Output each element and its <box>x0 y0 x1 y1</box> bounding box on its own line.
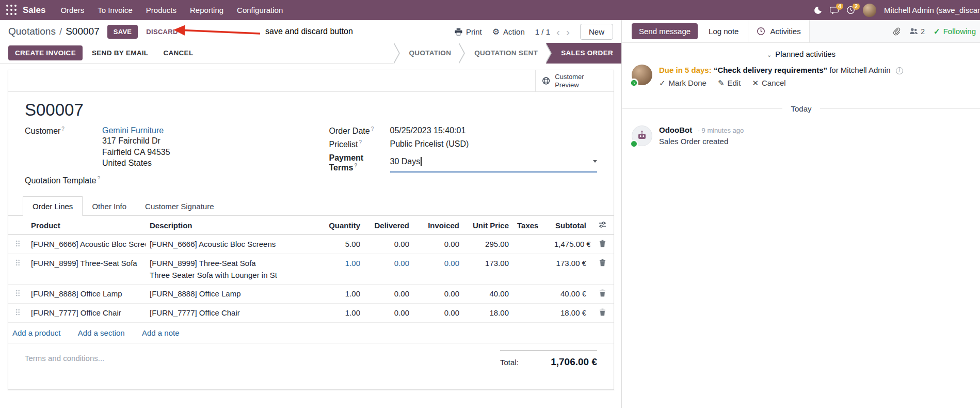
pricelist-field[interactable]: Public Pricelist (USD) <box>390 139 469 149</box>
new-button[interactable]: New <box>580 24 613 40</box>
tab-order-lines[interactable]: Order Lines <box>23 196 83 216</box>
col-invoiced[interactable]: Invoiced <box>413 216 463 235</box>
user-menu[interactable]: Mitchell Admin (save_discar <box>884 6 980 14</box>
status-sales-order[interactable]: SALES ORDER <box>553 43 621 64</box>
cell-quantity[interactable]: 5.00 <box>277 235 364 254</box>
add-note-link[interactable]: Add a note <box>142 328 180 337</box>
menu-orders[interactable]: Orders <box>54 0 91 20</box>
send-by-email-button[interactable]: SEND BY EMAIL <box>86 45 154 60</box>
col-product[interactable]: Product <box>27 216 146 235</box>
cell-product[interactable]: [FURN_8888] Office Lamp <box>27 285 146 304</box>
drag-handle-icon[interactable] <box>8 304 27 323</box>
mark-done-button[interactable]: ✓Mark Done <box>659 79 706 88</box>
pager-next-icon[interactable]: › <box>566 26 570 37</box>
cell-quantity[interactable]: 1.00 <box>277 304 364 323</box>
cell-invoiced[interactable]: 0.00 <box>413 285 463 304</box>
cell-unit-price[interactable]: 18.00 <box>463 304 513 323</box>
action-menu-button[interactable]: ⚙ Action <box>492 27 525 37</box>
cell-subtotal[interactable]: 173.00 € <box>550 254 590 285</box>
cell-invoiced[interactable]: 0.00 <box>413 235 463 254</box>
cell-description[interactable]: [FURN_8999] Three-Seat SofaThree Seater … <box>146 254 277 285</box>
cell-subtotal[interactable]: 1,475.00 € <box>550 235 590 254</box>
cell-delivered[interactable]: 0.00 <box>364 304 413 323</box>
status-quotation-sent[interactable]: QUOTATION SENT <box>466 43 546 64</box>
cell-invoiced[interactable]: 0.00 <box>413 304 463 323</box>
info-icon[interactable]: i <box>896 67 903 74</box>
send-message-button[interactable]: Send message <box>632 23 698 39</box>
activities-clock-icon[interactable]: 2 <box>846 6 855 14</box>
message-author[interactable]: OdooBot <box>659 125 692 134</box>
cell-quantity[interactable]: 1.00 <box>277 285 364 304</box>
col-unit-price[interactable]: Unit Price <box>463 216 513 235</box>
tab-activities[interactable]: Activities <box>748 20 809 42</box>
terms-and-conditions-field[interactable]: Terms and conditions... <box>25 354 104 368</box>
delete-line-icon[interactable] <box>590 285 614 304</box>
log-note-button[interactable]: Log note <box>709 27 738 36</box>
cancel-order-button[interactable]: CANCEL <box>157 45 199 60</box>
cell-product[interactable]: [FURN_7777] Office Chair <box>27 304 146 323</box>
cell-delivered[interactable]: 0.00 <box>364 285 413 304</box>
cell-description[interactable]: [FURN_8888] Office Lamp <box>146 285 277 304</box>
delete-line-icon[interactable] <box>590 235 614 254</box>
cell-quantity[interactable]: 1.00 <box>277 254 364 285</box>
apps-grid-icon[interactable] <box>6 5 17 15</box>
attachment-icon[interactable] <box>892 27 901 36</box>
pager-previous-icon[interactable]: ‹ <box>556 26 560 37</box>
menu-to-invoice[interactable]: To Invoice <box>91 0 139 20</box>
cell-description[interactable]: [FURN_6666] Acoustic Bloc Screens <box>146 235 277 254</box>
dropdown-caret-icon[interactable] <box>593 160 597 163</box>
delete-line-icon[interactable] <box>590 304 614 323</box>
order-date-field[interactable]: 05/25/2023 15:40:01 <box>390 126 466 136</box>
print-button[interactable]: Print <box>455 27 482 36</box>
payment-terms-field[interactable]: 30 Days <box>390 153 598 172</box>
cell-subtotal[interactable]: 40.00 € <box>550 285 590 304</box>
planned-activities-header[interactable]: ⌄Planned activities <box>622 50 980 58</box>
cell-unit-price[interactable]: 295.00 <box>463 235 513 254</box>
cell-delivered[interactable]: 0.00 <box>364 254 413 285</box>
save-button[interactable]: SAVE <box>107 25 138 39</box>
cell-product[interactable]: [FURN_8999] Three-Seat Sofa <box>27 254 146 285</box>
followers-button[interactable]: 2 <box>909 27 925 36</box>
discard-button[interactable]: DISCARD <box>141 25 183 39</box>
cell-unit-price[interactable]: 173.00 <box>463 254 513 285</box>
drag-handle-icon[interactable] <box>8 235 27 254</box>
cell-subtotal[interactable]: 18.00 € <box>550 304 590 323</box>
cell-taxes[interactable] <box>513 235 550 254</box>
cell-description[interactable]: [FURN_7777] Office Chair <box>146 304 277 323</box>
drag-handle-icon[interactable] <box>8 254 27 285</box>
dark-mode-moon-icon[interactable] <box>814 6 822 14</box>
status-quotation[interactable]: QUOTATION <box>401 43 460 64</box>
cancel-activity-button[interactable]: ✕Cancel <box>752 79 785 88</box>
cell-delivered[interactable]: 0.00 <box>364 235 413 254</box>
col-description[interactable]: Description <box>146 216 277 235</box>
menu-configuration[interactable]: Configuration <box>230 0 290 20</box>
customer-link[interactable]: Gemini Furniture <box>102 126 170 135</box>
cell-unit-price[interactable]: 40.00 <box>463 285 513 304</box>
customer-preview-button[interactable]: Customer Preview <box>535 70 614 91</box>
col-delivered[interactable]: Delivered <box>364 216 413 235</box>
app-name[interactable]: Sales <box>23 5 45 15</box>
menu-reporting[interactable]: Reporting <box>183 0 230 20</box>
cell-taxes[interactable] <box>513 304 550 323</box>
messages-icon[interactable]: 4 <box>830 6 839 14</box>
following-button[interactable]: ✓ Following <box>934 27 976 36</box>
tab-other-info[interactable]: Other Info <box>83 196 136 216</box>
col-subtotal[interactable]: Subtotal <box>550 216 590 235</box>
cell-taxes[interactable] <box>513 285 550 304</box>
cell-taxes[interactable] <box>513 254 550 285</box>
cell-invoiced[interactable]: 0.00 <box>413 254 463 285</box>
create-invoice-button[interactable]: CREATE INVOICE <box>8 45 83 60</box>
drag-handle-icon[interactable] <box>8 285 27 304</box>
edit-activity-button[interactable]: ✎Edit <box>718 79 741 88</box>
add-section-link[interactable]: Add a section <box>78 328 125 337</box>
user-avatar[interactable] <box>863 4 876 17</box>
col-quantity[interactable]: Quantity <box>277 216 364 235</box>
col-taxes[interactable]: Taxes <box>513 216 550 235</box>
menu-products[interactable]: Products <box>139 0 183 20</box>
delete-line-icon[interactable] <box>590 254 614 285</box>
optional-columns-icon[interactable] <box>590 216 614 235</box>
tab-customer-signature[interactable]: Customer Signature <box>136 196 223 216</box>
add-product-link[interactable]: Add a product <box>12 328 60 337</box>
breadcrumb-quotations[interactable]: Quotations <box>8 26 56 37</box>
cell-product[interactable]: [FURN_6666] Acoustic Bloc Screens <box>27 235 146 254</box>
